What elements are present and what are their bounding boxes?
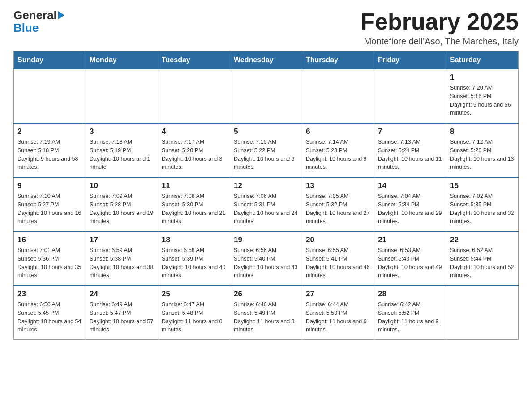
logo: General Blue [13, 9, 64, 35]
day-info: Sunrise: 7:19 AMSunset: 5:18 PMDaylight:… [17, 138, 82, 171]
day-number: 16 [17, 235, 82, 244]
day-number: 15 [450, 181, 515, 190]
day-number: 5 [234, 127, 298, 136]
day-number: 3 [90, 127, 154, 136]
calendar-cell: 19Sunrise: 6:56 AMSunset: 5:40 PMDayligh… [230, 231, 302, 286]
day-number: 13 [306, 181, 370, 190]
calendar-cell: 8Sunrise: 7:12 AMSunset: 5:26 PMDaylight… [446, 123, 519, 177]
calendar-cell: 3Sunrise: 7:18 AMSunset: 5:19 PMDaylight… [86, 123, 158, 177]
day-info: Sunrise: 7:06 AMSunset: 5:31 PMDaylight:… [234, 192, 298, 226]
calendar-title: February 2025 [360, 9, 519, 34]
day-number: 24 [90, 290, 154, 299]
calendar-cell: 17Sunrise: 6:59 AMSunset: 5:38 PMDayligh… [86, 231, 158, 286]
calendar-cell [14, 69, 86, 123]
day-number: 14 [378, 181, 442, 190]
calendar-week-row: 1Sunrise: 7:20 AMSunset: 5:16 PMDaylight… [14, 69, 519, 123]
header-saturday: Saturday [446, 51, 519, 69]
calendar-cell: 20Sunrise: 6:55 AMSunset: 5:41 PMDayligh… [302, 231, 374, 286]
calendar-header-row: SundayMondayTuesdayWednesdayThursdayFrid… [14, 51, 519, 69]
header-friday: Friday [374, 51, 446, 69]
day-number: 26 [234, 290, 298, 299]
day-info: Sunrise: 7:01 AMSunset: 5:36 PMDaylight:… [17, 246, 82, 280]
header-sunday: Sunday [14, 51, 86, 69]
calendar-week-row: 16Sunrise: 7:01 AMSunset: 5:36 PMDayligh… [14, 231, 519, 286]
day-number: 1 [450, 73, 515, 82]
day-info: Sunrise: 7:10 AMSunset: 5:27 PMDaylight:… [17, 192, 82, 226]
calendar-cell: 27Sunrise: 6:44 AMSunset: 5:50 PMDayligh… [302, 286, 374, 340]
calendar-cell: 28Sunrise: 6:42 AMSunset: 5:52 PMDayligh… [374, 286, 446, 340]
calendar-table: SundayMondayTuesdayWednesdayThursdayFrid… [13, 51, 519, 340]
logo-blue: Blue [13, 21, 64, 35]
calendar-cell: 21Sunrise: 6:53 AMSunset: 5:43 PMDayligh… [374, 231, 446, 286]
day-info: Sunrise: 6:55 AMSunset: 5:41 PMDaylight:… [306, 246, 370, 280]
day-number: 4 [162, 127, 226, 136]
day-number: 10 [90, 181, 154, 190]
calendar-week-row: 23Sunrise: 6:50 AMSunset: 5:45 PMDayligh… [14, 286, 519, 340]
calendar-subtitle: Montefiore dell’Aso, The Marches, Italy [360, 36, 519, 47]
calendar-cell: 13Sunrise: 7:05 AMSunset: 5:32 PMDayligh… [302, 177, 374, 231]
day-info: Sunrise: 6:44 AMSunset: 5:50 PMDaylight:… [306, 300, 370, 334]
calendar-cell: 23Sunrise: 6:50 AMSunset: 5:45 PMDayligh… [14, 286, 86, 340]
header-thursday: Thursday [302, 51, 374, 69]
day-info: Sunrise: 7:17 AMSunset: 5:20 PMDaylight:… [162, 138, 226, 171]
header-tuesday: Tuesday [158, 51, 230, 69]
day-info: Sunrise: 7:09 AMSunset: 5:28 PMDaylight:… [90, 192, 154, 226]
header-wednesday: Wednesday [230, 51, 302, 69]
day-number: 22 [450, 235, 515, 244]
day-number: 18 [162, 235, 226, 244]
day-info: Sunrise: 7:05 AMSunset: 5:32 PMDaylight:… [306, 192, 370, 226]
calendar-cell: 2Sunrise: 7:19 AMSunset: 5:18 PMDaylight… [14, 123, 86, 177]
calendar-cell [158, 69, 230, 123]
day-number: 7 [378, 127, 442, 136]
calendar-cell: 7Sunrise: 7:13 AMSunset: 5:24 PMDaylight… [374, 123, 446, 177]
day-number: 19 [234, 235, 298, 244]
day-number: 25 [162, 290, 226, 299]
day-info: Sunrise: 7:20 AMSunset: 5:16 PMDaylight:… [450, 84, 515, 117]
day-number: 27 [306, 290, 370, 299]
day-info: Sunrise: 6:49 AMSunset: 5:47 PMDaylight:… [90, 300, 154, 334]
day-number: 17 [90, 235, 154, 244]
day-info: Sunrise: 7:14 AMSunset: 5:23 PMDaylight:… [306, 138, 370, 171]
title-area: February 2025 Montefiore dell’Aso, The M… [360, 9, 519, 47]
day-number: 20 [306, 235, 370, 244]
calendar-cell [230, 69, 302, 123]
day-info: Sunrise: 6:50 AMSunset: 5:45 PMDaylight:… [17, 300, 82, 334]
day-info: Sunrise: 6:42 AMSunset: 5:52 PMDaylight:… [378, 300, 442, 334]
day-info: Sunrise: 7:12 AMSunset: 5:26 PMDaylight:… [450, 138, 515, 171]
day-info: Sunrise: 6:53 AMSunset: 5:43 PMDaylight:… [378, 246, 442, 280]
calendar-cell: 6Sunrise: 7:14 AMSunset: 5:23 PMDaylight… [302, 123, 374, 177]
day-info: Sunrise: 7:18 AMSunset: 5:19 PMDaylight:… [90, 138, 154, 171]
calendar-cell: 11Sunrise: 7:08 AMSunset: 5:30 PMDayligh… [158, 177, 230, 231]
calendar-cell: 15Sunrise: 7:02 AMSunset: 5:35 PMDayligh… [446, 177, 519, 231]
day-number: 21 [378, 235, 442, 244]
calendar-cell: 9Sunrise: 7:10 AMSunset: 5:27 PMDaylight… [14, 177, 86, 231]
day-number: 28 [378, 290, 442, 299]
day-number: 12 [234, 181, 298, 190]
calendar-cell: 25Sunrise: 6:47 AMSunset: 5:48 PMDayligh… [158, 286, 230, 340]
day-number: 11 [162, 181, 226, 190]
calendar-cell: 18Sunrise: 6:58 AMSunset: 5:39 PMDayligh… [158, 231, 230, 286]
day-number: 6 [306, 127, 370, 136]
calendar-cell [86, 69, 158, 123]
day-number: 2 [17, 127, 82, 136]
calendar-week-row: 2Sunrise: 7:19 AMSunset: 5:18 PMDaylight… [14, 123, 519, 177]
calendar-cell: 12Sunrise: 7:06 AMSunset: 5:31 PMDayligh… [230, 177, 302, 231]
calendar-cell [374, 69, 446, 123]
calendar-cell: 26Sunrise: 6:46 AMSunset: 5:49 PMDayligh… [230, 286, 302, 340]
day-info: Sunrise: 7:08 AMSunset: 5:30 PMDaylight:… [162, 192, 226, 226]
day-info: Sunrise: 6:52 AMSunset: 5:44 PMDaylight:… [450, 246, 515, 280]
calendar-week-row: 9Sunrise: 7:10 AMSunset: 5:27 PMDaylight… [14, 177, 519, 231]
calendar-cell: 4Sunrise: 7:17 AMSunset: 5:20 PMDaylight… [158, 123, 230, 177]
calendar-cell: 24Sunrise: 6:49 AMSunset: 5:47 PMDayligh… [86, 286, 158, 340]
calendar-cell: 5Sunrise: 7:15 AMSunset: 5:22 PMDaylight… [230, 123, 302, 177]
day-number: 23 [17, 290, 82, 299]
calendar-cell: 14Sunrise: 7:04 AMSunset: 5:34 PMDayligh… [374, 177, 446, 231]
day-number: 8 [450, 127, 515, 136]
day-info: Sunrise: 7:13 AMSunset: 5:24 PMDaylight:… [378, 138, 442, 171]
day-info: Sunrise: 7:15 AMSunset: 5:22 PMDaylight:… [234, 138, 298, 171]
day-info: Sunrise: 6:58 AMSunset: 5:39 PMDaylight:… [162, 246, 226, 280]
day-info: Sunrise: 6:46 AMSunset: 5:49 PMDaylight:… [234, 300, 298, 334]
day-number: 9 [17, 181, 82, 190]
calendar-cell [302, 69, 374, 123]
day-info: Sunrise: 6:56 AMSunset: 5:40 PMDaylight:… [234, 246, 298, 280]
